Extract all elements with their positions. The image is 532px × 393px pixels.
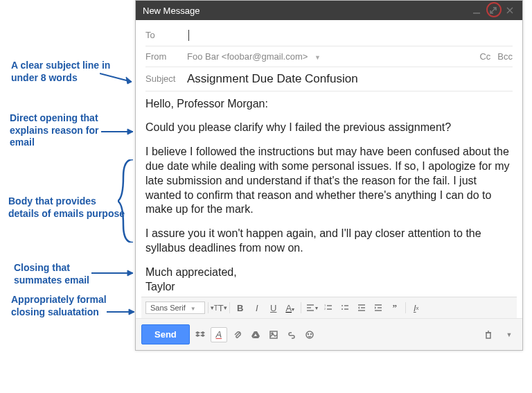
bottom-toolbar: Send A ▼ xyxy=(136,318,522,350)
insert-link-icon[interactable] xyxy=(284,327,299,342)
body-paragraph-1: Could you please clarify why I failed th… xyxy=(145,121,513,135)
subject-row[interactable]: Subject Assignment Due Date Confusion xyxy=(145,67,513,91)
svg-point-40 xyxy=(310,333,311,334)
to-row[interactable]: To xyxy=(145,24,513,46)
chevron-down-icon: ▼ xyxy=(190,306,196,312)
text-color-button[interactable]: A▾ xyxy=(283,300,298,315)
svg-line-9 xyxy=(490,8,496,13)
body-signature: Taylor xyxy=(145,280,513,295)
svg-marker-5 xyxy=(127,270,133,276)
from-dropdown-icon[interactable]: ▼ xyxy=(314,54,321,61)
emoji-icon[interactable] xyxy=(302,327,317,342)
formatting-toggle[interactable]: A xyxy=(211,327,227,342)
dropbox-icon[interactable] xyxy=(193,327,208,342)
bullet-list-button[interactable] xyxy=(337,300,353,315)
expand-button[interactable] xyxy=(488,5,499,16)
clear-formatting-button[interactable]: Ix xyxy=(409,300,424,315)
svg-text:2: 2 xyxy=(324,307,326,311)
indent-less-button[interactable] xyxy=(354,300,369,315)
arrow-subject xyxy=(100,67,139,87)
window-title: New Message xyxy=(143,6,466,16)
svg-marker-3 xyxy=(127,129,133,134)
indent-more-button[interactable] xyxy=(371,300,386,315)
drive-icon[interactable] xyxy=(248,327,263,342)
body-paragraph-3: I assure you it won't happen again, and … xyxy=(145,227,513,256)
svg-marker-7 xyxy=(129,309,134,315)
svg-marker-31 xyxy=(195,334,200,337)
numbered-list-button[interactable]: 12 xyxy=(321,300,336,315)
quote-button[interactable]: ” xyxy=(387,300,402,315)
cc-button[interactable]: Cc xyxy=(479,51,490,62)
bold-button[interactable]: B xyxy=(233,300,248,315)
from-label: From xyxy=(145,51,187,62)
attach-icon[interactable] xyxy=(230,327,245,342)
svg-marker-30 xyxy=(200,331,205,334)
minimize-button[interactable] xyxy=(471,5,482,16)
text-size-button[interactable]: ▾TT▾ xyxy=(211,300,227,315)
svg-marker-35 xyxy=(253,336,260,338)
trash-icon[interactable] xyxy=(481,327,496,342)
subject-input[interactable]: Assignment Due Date Confusion xyxy=(187,72,513,86)
bcc-button[interactable]: Bcc xyxy=(497,51,513,62)
format-toolbar: Sans Serif ▼ ▾TT▾ B I U A▾ ▾ 12 ” xyxy=(141,297,517,318)
arrow-opening xyxy=(101,126,140,140)
svg-point-39 xyxy=(308,333,308,334)
font-select-label: Sans Serif xyxy=(150,304,186,312)
close-button[interactable] xyxy=(504,5,515,16)
subject-label: Subject xyxy=(145,73,187,84)
header-fields: To From Foo Bar <foobar@gmail.com> ▼ Cc … xyxy=(136,20,522,91)
annotation-opening: Direct opening that explains reason for … xyxy=(10,112,114,149)
svg-marker-29 xyxy=(195,331,200,334)
body-signoff: Much appreciated, xyxy=(145,265,513,280)
insert-photo-icon[interactable] xyxy=(266,327,281,342)
svg-marker-1 xyxy=(126,77,132,84)
to-input[interactable] xyxy=(187,29,513,41)
email-body[interactable]: Hello, Professor Morgan: Could you pleas… xyxy=(136,91,522,297)
annotation-body: Body that provides details of emails pur… xyxy=(8,195,126,220)
from-address: Foo Bar <foobar@gmail.com> xyxy=(187,51,308,62)
from-value: Foo Bar <foobar@gmail.com> ▼ xyxy=(187,51,479,62)
svg-point-19 xyxy=(342,305,343,306)
body-greeting: Hello, Professor Morgan: xyxy=(145,97,513,112)
arrow-closing xyxy=(91,269,140,283)
from-row[interactable]: From Foo Bar <foobar@gmail.com> ▼ Cc Bcc xyxy=(145,46,513,67)
window-titlebar: New Message xyxy=(136,1,522,20)
body-paragraph-2: I believe I followed the instructions bu… xyxy=(145,145,513,217)
svg-marker-32 xyxy=(200,334,205,337)
to-label: To xyxy=(145,30,187,40)
annotation-panel: A clear subject line in under 8 words Di… xyxy=(0,0,135,393)
send-button[interactable]: Send xyxy=(141,324,190,344)
svg-rect-41 xyxy=(486,333,490,338)
svg-point-20 xyxy=(342,308,343,310)
align-button[interactable]: ▾ xyxy=(304,300,319,315)
more-options-icon[interactable]: ▼ xyxy=(502,327,517,342)
compose-window: New Message To From Foo Bar <foobar@gmai… xyxy=(135,0,523,351)
underline-button[interactable]: U xyxy=(266,300,281,315)
italic-button[interactable]: I xyxy=(249,300,265,315)
font-select[interactable]: Sans Serif ▼ xyxy=(145,302,205,314)
